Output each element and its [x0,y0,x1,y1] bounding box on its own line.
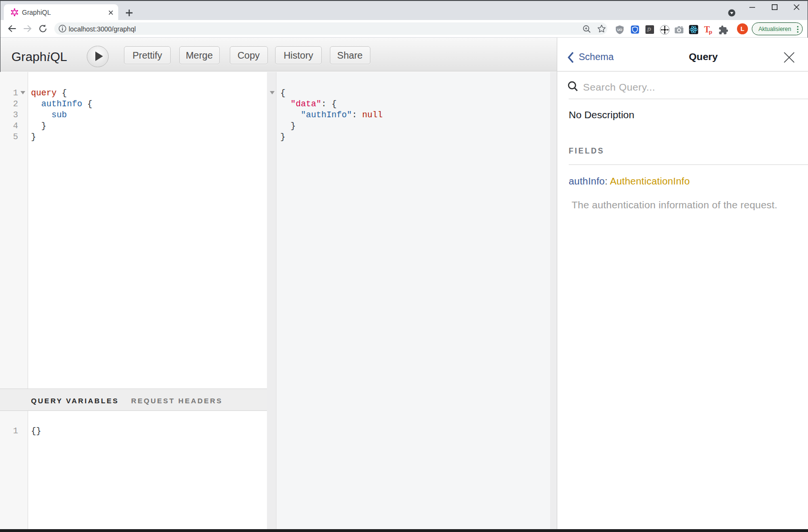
svg-text:UO: UO [617,28,623,31]
svg-text:P: P [647,27,651,33]
svg-text:p: p [709,28,712,35]
